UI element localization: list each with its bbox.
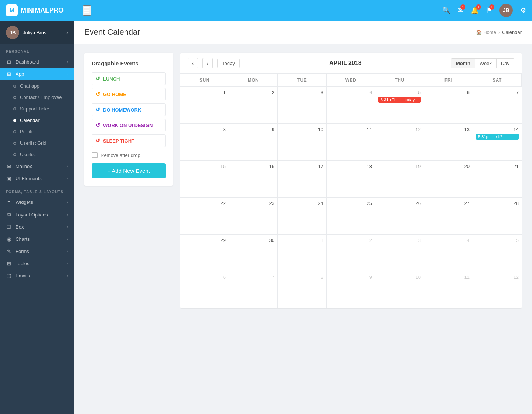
calendar-cell[interactable]: 15 [180, 161, 229, 198]
sidebar-item-layout-options[interactable]: ⧉ Layout Options › [0, 208, 74, 221]
calendar-cell[interactable]: 4 [327, 87, 375, 124]
sidebar-item-widgets[interactable]: ≡ Widgets › [0, 196, 74, 208]
calendar-prev-button[interactable]: ‹ [188, 58, 198, 68]
calendar-cell-other[interactable]: 10 [375, 271, 424, 308]
calendar-cell[interactable]: 14 5:31p Like it? [473, 124, 522, 161]
bell-badge: 1 [476, 4, 481, 10]
calendar-cell[interactable]: 26 [375, 198, 424, 235]
sidebar-item-contact-employee[interactable]: Contact / Employee [0, 92, 74, 103]
calendar-cell[interactable]: 9 [229, 124, 278, 161]
calendar-cell[interactable]: 20 [424, 161, 473, 198]
calendar-cell-other[interactable]: 1 [278, 235, 327, 271]
sidebar-item-userlist[interactable]: Userlist [0, 149, 74, 160]
sidebar-item-box[interactable]: ☐ Box › [0, 221, 74, 233]
event-item-work-ui[interactable]: ↺ WORK ON UI DESIGN [92, 119, 166, 131]
sidebar-sub-label: Support Ticket [20, 106, 51, 112]
day-header-wed: WED [327, 74, 375, 87]
sidebar-user[interactable]: JB Juliya Brus › [0, 21, 74, 44]
remove-after-drop-checkbox[interactable] [92, 152, 98, 158]
calendar-event[interactable]: 5:31p Like it? [476, 134, 519, 140]
sidebar-sub-label: Contact / Employee [20, 95, 62, 100]
calendar-cell[interactable]: 24 [278, 198, 327, 235]
event-item-do-homework[interactable]: ↺ DO HOMEWORK [92, 103, 166, 116]
calendar-cell[interactable]: 1 [180, 87, 229, 124]
calendar-view-buttons: Month Week Day [451, 58, 514, 68]
event-item-sleep-tight[interactable]: ↺ SLEEP TIGHT [92, 134, 166, 147]
calendar-cell[interactable]: 10 [278, 124, 327, 161]
calendar-cell[interactable]: 8 [180, 124, 229, 161]
settings-button[interactable]: ⚙ [520, 6, 526, 14]
calendar-cell-other[interactable]: 2 [327, 235, 375, 271]
calendar-cell[interactable]: 12 [375, 124, 424, 161]
calendar-cell[interactable]: 27 [424, 198, 473, 235]
menu-toggle-button[interactable]: ☰ [83, 5, 91, 16]
sidebar-item-tables[interactable]: ⊞ Tables › [0, 257, 74, 270]
user-avatar[interactable]: JB [499, 4, 513, 17]
calendar-cell[interactable]: 2 [229, 87, 278, 124]
sidebar-item-label: Tables [16, 261, 63, 266]
sidebar-item-charts[interactable]: ◉ Charts › [0, 233, 74, 245]
chevron-icon: › [67, 261, 68, 266]
calendar-today-button[interactable]: Today [217, 59, 240, 68]
calendar-cell[interactable]: 19 [375, 161, 424, 198]
calendar-view-month[interactable]: Month [451, 59, 475, 68]
calendar-event[interactable]: 3:31p This is today [378, 97, 421, 103]
calendar-cell[interactable]: 25 [327, 198, 375, 235]
sidebar-item-dashboard[interactable]: ⊡ Dashboard › [0, 56, 74, 68]
chevron-icon: › [67, 177, 68, 181]
calendar-cell[interactable]: 6 [424, 87, 473, 124]
calendar-cell-other[interactable]: 5 [473, 235, 522, 271]
calendar-cell-other[interactable]: 8 [278, 271, 327, 308]
calendar-cell[interactable]: 17 [278, 161, 327, 198]
sidebar-item-ui-elements[interactable]: ▣ UI Elements › [0, 172, 74, 185]
sidebar-item-profile[interactable]: Profile [0, 126, 74, 137]
sidebar-item-label: Widgets [16, 199, 63, 205]
calendar-cell-other[interactable]: 9 [327, 271, 375, 308]
calendar-cell-other[interactable]: 6 [180, 271, 229, 308]
calendar-cell[interactable]: 3 [278, 87, 327, 124]
sidebar-item-forms[interactable]: ✎ Forms › [0, 245, 74, 257]
calendar-cell-other[interactable]: 11 [424, 271, 473, 308]
calendar-cell-other[interactable]: 12 [473, 271, 522, 308]
calendar-cell[interactable]: 30 [229, 235, 278, 271]
event-icon: ↺ [96, 91, 100, 97]
event-item-lunch[interactable]: ↺ LUNCH [92, 72, 166, 85]
calendar-cell-today[interactable]: 5 3:31p This is today [375, 87, 424, 124]
event-icon: ↺ [96, 107, 100, 113]
sidebar-item-app[interactable]: ⊞ App ⌄ [0, 68, 74, 80]
calendar-cell[interactable]: 29 [180, 235, 229, 271]
chevron-icon: › [67, 164, 68, 168]
sidebar-item-support-ticket[interactable]: Support Ticket [0, 103, 74, 114]
remove-after-drop-label[interactable]: Remove after drop [92, 152, 166, 158]
add-event-button[interactable]: + Add New Event [92, 163, 166, 178]
calendar-cell[interactable]: 23 [229, 198, 278, 235]
calendar-view-week[interactable]: Week [475, 59, 497, 68]
calendar-cell-other[interactable]: 4 [424, 235, 473, 271]
calendar-cell[interactable]: 11 [327, 124, 375, 161]
brand-name: MINIMALPRO [21, 7, 64, 14]
calendar-cell[interactable]: 22 [180, 198, 229, 235]
calendar-cell-other[interactable]: 7 [229, 271, 278, 308]
calendar-view-day[interactable]: Day [497, 59, 514, 68]
page-header: Event Calendar 🏠 Home › Calendar [74, 21, 532, 44]
messages-button[interactable]: ⚑ 1 [486, 6, 492, 14]
search-button[interactable]: 🔍 [442, 6, 450, 14]
topnav: M MINIMALPRO ☰ 🔍 ✉ 1 🔔 1 ⚑ 1 JB ⚙ [0, 0, 532, 21]
calendar-cell[interactable]: 28 [473, 198, 522, 235]
sidebar-item-calendar[interactable]: Calendar [0, 114, 74, 126]
sidebar-item-chat-app[interactable]: Chat app [0, 80, 74, 92]
calendar-cell-other[interactable]: 3 [375, 235, 424, 271]
calendar-cell[interactable]: 16 [229, 161, 278, 198]
calendar-cell[interactable]: 18 [327, 161, 375, 198]
event-item-go-home[interactable]: ↺ GO HOME [92, 88, 166, 100]
sidebar-item-emails[interactable]: ⬚ Emails › [0, 270, 74, 282]
calendar-cell[interactable]: 21 [473, 161, 522, 198]
calendar-cell[interactable]: 7 [473, 87, 522, 124]
calendar-next-button[interactable]: › [202, 58, 213, 68]
sidebar-item-userlist-grid[interactable]: Userlist Grid [0, 137, 74, 149]
mail-button[interactable]: ✉ 1 [458, 6, 463, 14]
sidebar-item-mailbox[interactable]: ✉ Mailbox › [0, 160, 74, 172]
calendar-cell[interactable]: 13 [424, 124, 473, 161]
box-icon: ☐ [6, 224, 12, 230]
notifications-button[interactable]: 🔔 1 [471, 6, 479, 14]
